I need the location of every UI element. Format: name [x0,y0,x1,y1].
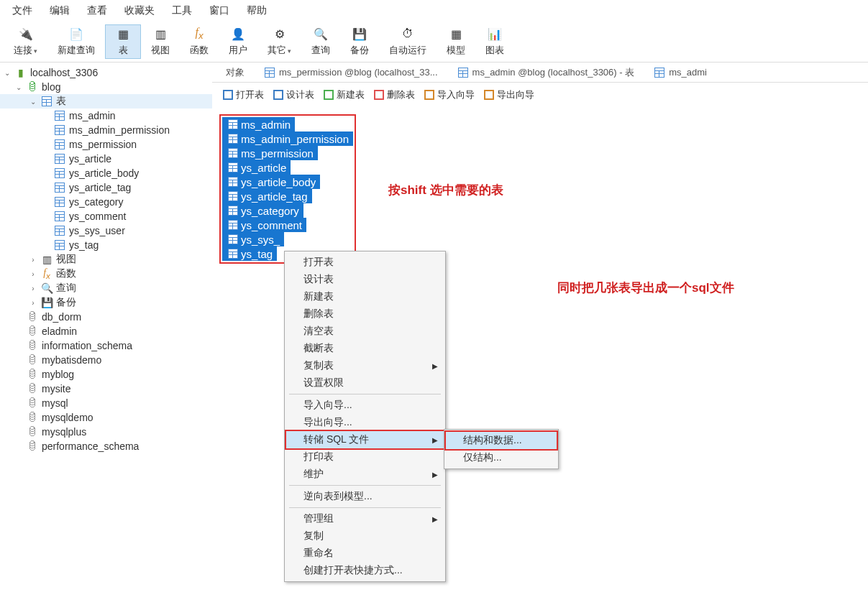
database-node[interactable]: ⌄🛢 blog [0,80,212,94]
action-btn[interactable]: 打开表 [219,87,267,103]
table-node[interactable]: ms_admin_permission [0,123,212,137]
database-node[interactable]: 🛢mysqldemo [0,410,212,425]
selected-table[interactable]: ms_admin [222,117,295,131]
tab[interactable]: ms_permission @blog (localhost_33... [252,63,446,82]
database-node[interactable]: 🛢mysqlplus [0,425,212,439]
database-node[interactable]: 🛢performance_schema [0,439,212,453]
ctx-item[interactable]: 设计表 [286,271,444,288]
table-node[interactable]: ys_article_tag [0,180,212,195]
tree-node[interactable]: ›💾备份 [0,295,212,310]
selected-table[interactable]: ys_article_body [222,175,320,189]
table-node[interactable]: ms_admin [0,109,212,123]
table-icon [227,218,239,231]
menu-fav[interactable]: 收藏夹 [116,1,163,20]
ctx-set-perm[interactable]: 设置权限 [286,374,444,392]
menu-edit[interactable]: 编辑 [41,1,78,20]
toolbar-备份[interactable]: 💾备份 [340,24,379,59]
tab[interactable]: ms_admi [642,63,715,82]
action-icon [373,89,385,101]
connection-tree: ⌄▮ localhost_3306 ⌄🛢 blog ⌄ 表 ms_adminms… [0,63,212,600]
database-node[interactable]: 🛢mysite [0,382,212,396]
action-btn[interactable]: 导出向导 [480,87,537,103]
tree-node[interactable]: ›fx函数 [0,267,212,281]
ctx-export[interactable]: 导出向导... [286,414,444,431]
chevron-right-icon: ▶ [432,436,438,444]
svg-rect-11 [325,91,332,98]
action-btn[interactable]: 导入向导 [421,87,478,103]
toolbar-用户[interactable]: 👤用户 [219,24,257,59]
menu-bar: 文件 编辑 查看 收藏夹 工具 窗口 帮助 [0,0,868,22]
selected-table[interactable]: ys_category [222,203,303,218]
tab[interactable]: ms_admin @blog (localhost_3306) - 表 [446,63,643,82]
toolbar-模型[interactable]: ▦模型 [437,24,475,59]
database-node[interactable]: 🛢information_schema [0,338,212,353]
tree-node[interactable]: ›▥视图 [0,252,212,267]
selected-table[interactable]: ys_article [222,160,291,175]
table-node[interactable]: ys_tag [0,238,212,252]
menu-file[interactable]: 文件 [4,1,41,20]
menu-view[interactable]: 查看 [78,1,116,20]
table-icon [53,239,66,251]
selected-table[interactable]: ms_permission [222,146,318,160]
ctx-copy-table[interactable]: 复制表▶ [286,357,444,374]
toolbar-函数[interactable]: fx函数 [180,24,219,59]
connection-node[interactable]: ⌄▮ localhost_3306 [0,65,212,80]
table-icon [53,210,66,223]
tab[interactable]: 对象 [218,63,252,82]
ctx-manage-group[interactable]: 管理组▶ [286,510,444,527]
menu-tools[interactable]: 工具 [163,1,201,20]
ctx-import[interactable]: 导入向导... [286,397,444,414]
toolbar-连接[interactable]: 🔌连接▾ [4,24,47,59]
ctx-dump-sql[interactable]: 转储 SQL 文件▶ 结构和数据... 仅结构... [286,431,444,448]
table-node[interactable]: ys_sys_user [0,223,212,238]
ctx-item[interactable]: 清空表 [286,323,444,340]
database-icon: 🛢 [26,411,39,424]
table-node[interactable]: ms_permission [0,137,212,152]
tree-node[interactable]: ›🔍查询 [0,281,212,295]
action-btn[interactable]: 新建表 [320,87,367,103]
ctx-maintain[interactable]: 维护▶ [286,466,444,483]
selected-table[interactable]: ys_comment [222,218,306,232]
action-icon [323,89,334,101]
selected-table[interactable]: ms_admin_permission [222,131,353,146]
toolbar-表[interactable]: ▦表 [105,24,141,59]
table-node[interactable]: ys_comment [0,209,212,223]
table-node[interactable]: ys_article [0,152,212,166]
ctx-reverse[interactable]: 逆向表到模型... [286,488,444,505]
menu-window[interactable]: 窗口 [201,1,238,20]
database-node[interactable]: 🛢mysql [0,396,212,410]
tables-folder-node[interactable]: ⌄ 表 [0,94,212,109]
database-icon: 🛢 [26,325,39,338]
ctx-item[interactable]: 打开表 [286,254,444,271]
table-icon [227,118,239,131]
menu-help[interactable]: 帮助 [238,1,275,20]
toolbar-icon: 👤 [231,27,245,41]
selected-table[interactable]: ys_article_tag [222,189,312,203]
toolbar-查询[interactable]: 🔍查询 [301,24,340,59]
ctx-rename[interactable]: 重命名 [286,545,444,562]
database-node[interactable]: 🛢myblog [0,367,212,382]
toolbar-自动运行[interactable]: ⏱自动运行 [379,24,437,59]
ctx-item[interactable]: 截断表 [286,340,444,357]
table-node[interactable]: ys_article_body [0,166,212,180]
selected-table[interactable]: ys_sys_ [222,232,284,246]
ctx-shortcut[interactable]: 创建打开表快捷方式... [286,562,444,579]
ctx-struct-data[interactable]: 结构和数据... [446,432,557,449]
toolbar-视图[interactable]: ▥视图 [141,24,180,59]
action-btn[interactable]: 设计表 [270,87,317,103]
ctx-print[interactable]: 打印表 [286,448,444,466]
database-node[interactable]: 🛢eladmin [0,324,212,338]
database-node[interactable]: 🛢db_dorm [0,310,212,324]
ctx-struct-only[interactable]: 仅结构... [446,449,557,466]
toolbar-图表[interactable]: 📊图表 [475,24,514,59]
ctx-item[interactable]: 新建表 [286,288,444,305]
table-node[interactable]: ys_category [0,195,212,209]
node-icon: ▥ [40,253,53,266]
database-node[interactable]: 🛢mybatisdemo [0,353,212,367]
ctx-copy[interactable]: 复制 [286,527,444,545]
ctx-item[interactable]: 删除表 [286,305,444,323]
toolbar-新建查询[interactable]: 📄新建查询 [47,24,105,59]
action-btn[interactable]: 删除表 [370,87,418,103]
toolbar-其它[interactable]: ⚙其它▾ [257,24,301,59]
selected-table[interactable]: ys_tag [222,246,277,261]
